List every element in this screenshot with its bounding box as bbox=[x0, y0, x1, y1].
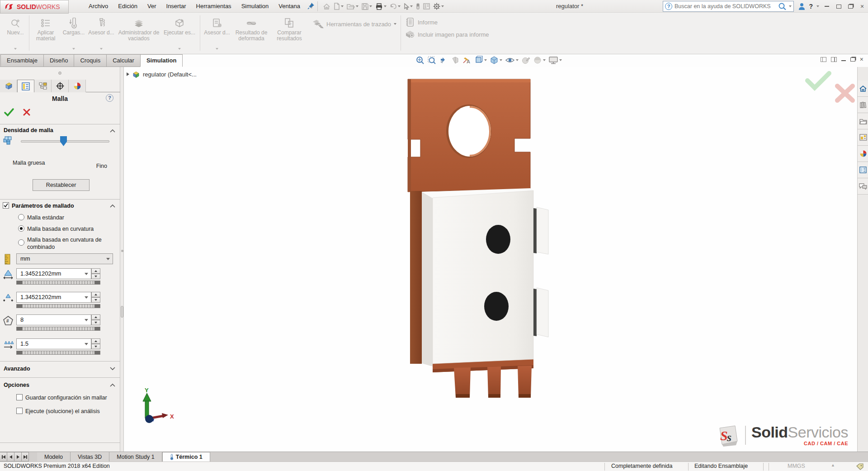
save-settings-checkbox[interactable] bbox=[16, 394, 23, 400]
hide-annotations-icon[interactable]: A bbox=[462, 55, 472, 65]
panel-help-icon[interactable]: ? bbox=[106, 94, 113, 102]
radio-standard-mesh[interactable] bbox=[18, 214, 24, 220]
confirm-ok-icon[interactable] bbox=[807, 73, 829, 88]
min-size-scale-strip[interactable] bbox=[16, 304, 100, 308]
edit-appearance-icon[interactable] bbox=[521, 55, 531, 65]
file-explorer-icon[interactable] bbox=[858, 113, 868, 129]
radio-blended-curvature-mesh[interactable] bbox=[18, 239, 24, 246]
pin-menubar-icon[interactable] bbox=[307, 2, 315, 10]
tab-termico[interactable]: Térmico 1 bbox=[162, 452, 210, 461]
help-search[interactable]: ? bbox=[663, 1, 794, 12]
viewport-pane-right-icon[interactable] bbox=[831, 57, 837, 62]
rebuild-icon[interactable] bbox=[415, 1, 421, 12]
appearances-scenes-icon[interactable] bbox=[858, 146, 868, 162]
design-library-icon[interactable] bbox=[858, 97, 868, 113]
tab-configurationmanager[interactable] bbox=[34, 80, 52, 92]
apply-scene-icon[interactable] bbox=[533, 55, 546, 65]
menu-ver[interactable]: Ver bbox=[142, 0, 161, 13]
new-study-button[interactable]: Nuev... bbox=[3, 14, 28, 52]
custom-properties-icon[interactable] bbox=[858, 162, 868, 178]
new-document-icon[interactable] bbox=[333, 1, 344, 12]
radio-standard-mesh-label[interactable]: Malla estándar bbox=[27, 214, 64, 221]
tab-vistas-3d[interactable]: Vistas 3D bbox=[71, 452, 109, 461]
viewport-pane-left-icon[interactable] bbox=[821, 57, 826, 62]
doc-restore-icon[interactable] bbox=[850, 57, 855, 62]
view-orientation-icon[interactable] bbox=[474, 55, 487, 65]
menu-ventana[interactable]: Ventana bbox=[274, 0, 305, 13]
deformed-result-button[interactable]: Resultado de deformada bbox=[231, 14, 271, 52]
units-dropdown-icon[interactable]: ▲ bbox=[831, 463, 835, 467]
mesh-density-slider-handle[interactable] bbox=[60, 136, 67, 146]
advanced-section-header[interactable]: Avanzado bbox=[4, 366, 30, 372]
run-analysis-label[interactable]: Ejecute (solucione) el análisis bbox=[25, 408, 100, 414]
search-icon[interactable] bbox=[778, 2, 787, 10]
tab-calcular[interactable]: Calcular bbox=[106, 54, 141, 67]
growth-ratio-input[interactable]: 1.5 bbox=[16, 338, 91, 349]
ok-button[interactable] bbox=[4, 108, 14, 117]
run-analysis-checkbox[interactable] bbox=[16, 408, 23, 414]
search-dropdown-icon[interactable] bbox=[789, 5, 792, 7]
radio-curvature-mesh-label[interactable]: Malla basada en curvatura bbox=[27, 225, 94, 233]
view-palette-icon[interactable] bbox=[858, 129, 868, 146]
max-element-size-input[interactable]: 1.34521202mm bbox=[16, 268, 91, 279]
minimize-button[interactable] bbox=[823, 2, 831, 10]
prev-tab-button[interactable] bbox=[7, 452, 14, 461]
help-menu-button[interactable]: ? bbox=[809, 3, 813, 10]
home-icon[interactable] bbox=[322, 1, 331, 12]
min-element-size-input[interactable]: 1.34521202mm bbox=[16, 292, 91, 303]
collapse-chevron-icon[interactable] bbox=[110, 204, 115, 208]
options-gear-icon[interactable] bbox=[432, 1, 445, 12]
max-element-size-spinner[interactable] bbox=[91, 268, 100, 279]
plot-tools-button[interactable]: Herramientas de trazado bbox=[312, 19, 396, 29]
max-size-scale-strip[interactable] bbox=[16, 281, 100, 285]
next-tab-button[interactable] bbox=[14, 452, 22, 461]
last-tab-button[interactable] bbox=[21, 452, 29, 461]
tab-displaymanager[interactable] bbox=[69, 80, 86, 92]
section-view-icon[interactable] bbox=[450, 55, 460, 65]
radio-curvature-mesh[interactable] bbox=[18, 225, 24, 232]
save-settings-label[interactable]: Guardar configuración sin mallar bbox=[25, 395, 107, 401]
radio-blended-curvature-mesh-label[interactable]: Malla basada en curvatura de combinado bbox=[27, 236, 108, 251]
zoom-to-area-icon[interactable] bbox=[427, 55, 437, 65]
circle-min-elements-spinner[interactable] bbox=[91, 314, 100, 325]
shell-manager-button[interactable]: Administrador de vaciados bbox=[116, 14, 162, 52]
tab-modelo[interactable]: Modelo bbox=[37, 452, 71, 461]
display-style-icon[interactable] bbox=[489, 55, 503, 65]
circle-min-elements-input[interactable]: 8 bbox=[16, 314, 91, 325]
menu-edicion[interactable]: Edición bbox=[113, 0, 142, 13]
menu-archivo[interactable]: Archivo bbox=[84, 0, 113, 13]
print-icon[interactable] bbox=[374, 1, 387, 12]
mesh-params-checkbox[interactable] bbox=[3, 202, 9, 209]
previous-view-icon[interactable] bbox=[439, 55, 448, 65]
panel-grip-handle[interactable] bbox=[58, 71, 61, 75]
density-section-header[interactable]: Densidad de malla bbox=[4, 127, 53, 133]
tab-propertymanager[interactable] bbox=[17, 80, 34, 92]
collapse-chevron-icon[interactable] bbox=[110, 129, 115, 133]
search-input[interactable] bbox=[675, 3, 775, 10]
undo-icon[interactable] bbox=[389, 1, 401, 12]
circle-elements-scale-strip[interactable] bbox=[16, 327, 100, 331]
compare-results-button[interactable]: ? Comparar resultados bbox=[271, 14, 307, 52]
tab-diseno[interactable]: Diseño bbox=[43, 54, 74, 67]
tab-dimxpertmanager[interactable] bbox=[52, 80, 69, 92]
help-dropdown-icon[interactable] bbox=[816, 5, 819, 7]
resources-home-icon[interactable] bbox=[858, 81, 868, 97]
confirm-cancel-icon[interactable] bbox=[837, 86, 853, 100]
mesh-params-header[interactable]: Parámetros de mallado bbox=[12, 203, 74, 209]
tab-featuremanager[interactable] bbox=[0, 80, 17, 92]
growth-ratio-scale-strip[interactable] bbox=[16, 351, 100, 355]
close-button[interactable]: × bbox=[858, 2, 866, 10]
results-advisor-button[interactable]: Asesor d... bbox=[203, 14, 231, 52]
user-account-icon[interactable] bbox=[798, 3, 805, 10]
tags-icon[interactable] bbox=[856, 463, 863, 470]
select-cursor-icon[interactable] bbox=[403, 1, 414, 12]
tab-motion-study[interactable]: Motion Study 1 bbox=[109, 452, 162, 461]
include-image-report-button[interactable]: Incluir imagen para informe bbox=[405, 30, 489, 39]
menu-herramientas[interactable]: Herramientas bbox=[191, 0, 236, 13]
doc-close-icon[interactable]: × bbox=[860, 56, 863, 62]
maximize-button[interactable] bbox=[835, 2, 843, 10]
view-settings-icon[interactable] bbox=[548, 55, 562, 65]
apply-material-button[interactable]: Aplicar material bbox=[31, 14, 61, 52]
restore-button[interactable] bbox=[846, 2, 854, 10]
units-indicator[interactable]: MMGS bbox=[788, 463, 805, 469]
